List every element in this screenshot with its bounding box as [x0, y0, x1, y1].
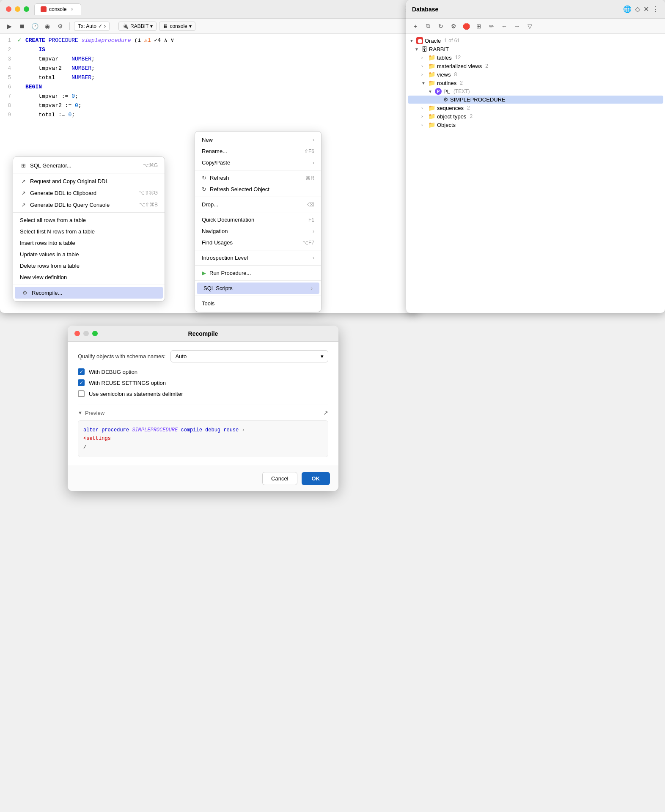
filter-icon[interactable]: ▽ [525, 21, 535, 31]
copy-icon[interactable]: ⧉ [423, 21, 433, 31]
tables-node[interactable]: › 📁 tables 12 [406, 53, 665, 62]
window-minimize-button[interactable] [15, 6, 20, 12]
console-tab[interactable]: console × [34, 3, 81, 15]
menu-item-introspection[interactable]: Introspection Level › [195, 252, 321, 263]
line-content-2: IS [24, 45, 45, 55]
oracle-count: 1 of 61 [444, 38, 460, 44]
console-badge[interactable]: 🖥 console ▾ [159, 22, 195, 31]
sequences-folder-icon: 📁 [428, 104, 435, 111]
menu-item-quick-doc[interactable]: Quick Documentation F1 [195, 214, 321, 225]
mat-views-node[interactable]: › 📁 materialized views 2 [406, 62, 665, 70]
menu-item-ddl-clipboard[interactable]: ↗ Generate DDL to Clipboard ⌥⇧⌘G [13, 187, 165, 199]
menu-item-sql-scripts[interactable]: SQL Scripts › [197, 283, 319, 294]
dialog-maximize-button[interactable] [92, 331, 98, 336]
rabbit-label: RABBIT [130, 23, 148, 29]
line-number-8: 8 [0, 101, 15, 110]
rename-label: Rename... [202, 148, 227, 154]
divider-1 [195, 170, 321, 170]
error-icon[interactable]: 🛑 [461, 21, 471, 31]
window-close-button[interactable] [6, 6, 11, 12]
simpleprocedure-node[interactable]: ⚙ SIMPLEPROCEDURE [408, 96, 663, 104]
code-editor[interactable]: 1 ✓ CREATE PROCEDURE simpleprocedure (i … [0, 34, 419, 121]
objects-folder-icon: 📁 [428, 121, 435, 128]
line-content-6: BEGIN [24, 82, 42, 92]
preview-expand-icon[interactable]: ↗ [323, 409, 328, 416]
tab-close-button[interactable]: × [69, 6, 75, 12]
tables-chevron: › [421, 55, 426, 60]
pl-node[interactable]: ▼ P PL (TEXT) [406, 87, 665, 96]
routines-node[interactable]: ▼ 📁 routines 2 [406, 79, 665, 87]
semicolon-checkbox[interactable] [78, 390, 85, 397]
menu-item-tools[interactable]: Tools [195, 298, 321, 309]
table-icon[interactable]: ⊞ [474, 21, 484, 31]
menu-item-navigation[interactable]: Navigation › [195, 225, 321, 237]
edit-icon[interactable]: ✏ [486, 21, 497, 31]
menu-item-ddl-console[interactable]: ↗ Generate DDL to Query Console ⌥⇧⌘B [13, 199, 165, 211]
menu-item-delete-rows[interactable]: Delete rows from a table [13, 260, 165, 272]
object-types-node[interactable]: › 📁 object types 2 [406, 112, 665, 121]
oracle-node[interactable]: ▼ ⬤ Oracle 1 of 61 [406, 36, 665, 45]
tables-label: tables [437, 55, 452, 61]
pin-button[interactable]: ◉ [42, 21, 52, 31]
tab-label: console [49, 6, 66, 12]
qualify-select[interactable]: Auto ▾ [170, 350, 328, 362]
menu-item-new-view[interactable]: New view definition [13, 272, 165, 283]
pl-chevron: ▼ [428, 89, 433, 94]
simpleprocedure-label: SIMPLEPROCEDURE [450, 96, 506, 103]
menu-item-update-values[interactable]: Update values in a table [13, 249, 165, 260]
menu-item-copypaste[interactable]: Copy/Paste › [195, 157, 321, 168]
refresh-db-icon[interactable]: ↻ [436, 21, 446, 31]
views-node[interactable]: › 📁 views 8 [406, 70, 665, 79]
objects-label: Objects [437, 122, 456, 128]
refresh-icon: ↻ [202, 175, 206, 181]
objects-node[interactable]: › 📁 Objects [406, 121, 665, 129]
diamond-icon[interactable]: ◇ [635, 5, 640, 13]
rabbit-badge[interactable]: 🔌 RABBIT ▾ [118, 22, 157, 31]
menu-item-rename[interactable]: Rename... ⇧F6 [195, 145, 321, 157]
history-button[interactable]: 🕐 [30, 21, 40, 31]
menu-item-refresh-selected[interactable]: ↻ Refresh Selected Object [195, 184, 321, 195]
add-icon[interactable]: + [410, 21, 420, 31]
menu-item-refresh[interactable]: ↻ Refresh ⌘R [195, 172, 321, 184]
menu-item-insert-rows[interactable]: Insert rows into a table [13, 237, 165, 249]
globe-icon[interactable]: 🌐 [623, 5, 632, 13]
line-number-9: 9 [0, 110, 15, 120]
settings-button[interactable]: ⚙ [55, 21, 65, 31]
line-number-6: 6 [0, 82, 15, 92]
qualify-chevron: ▾ [321, 353, 324, 359]
stop-button[interactable]: ⏹ [17, 21, 27, 31]
menu-item-select-all[interactable]: Select all rows from a table [13, 214, 165, 226]
menu-item-recompile[interactable]: ⚙ Recompile... [15, 287, 163, 299]
menu-item-sql-generator[interactable]: ⊞ SQL Generator... ⌥⌘G [13, 159, 165, 171]
debug-checkbox[interactable]: ✓ [78, 368, 85, 375]
database-title: Database [412, 6, 438, 13]
rabbit-node[interactable]: ▼ 🗄 RABBIT [406, 45, 665, 53]
menu-item-new[interactable]: New › [195, 134, 321, 145]
navigation-label: Navigation [202, 228, 228, 234]
reuse-checkbox[interactable]: ✓ [78, 379, 85, 386]
dialog-minimize-button[interactable] [83, 331, 89, 336]
preview-header: ▼ Preview ↗ [78, 409, 328, 416]
dialog-close-button[interactable] [74, 331, 80, 336]
tx-dropdown[interactable]: Tx: Auto ✓ › [74, 22, 110, 31]
back-icon[interactable]: ← [499, 21, 509, 31]
close-db-icon[interactable]: ✕ [643, 5, 649, 13]
sequences-node[interactable]: › 📁 sequences 2 [406, 104, 665, 112]
drop-shortcut: ⌫ [307, 202, 314, 208]
menu-item-run-procedure[interactable]: ▶ Run Procedure... [195, 267, 321, 279]
more-db-icon[interactable]: ⋮ [652, 5, 659, 13]
forward-icon[interactable]: → [512, 21, 522, 31]
db-settings-icon[interactable]: ⚙ [448, 21, 459, 31]
menu-item-select-n[interactable]: Select first N rows from a table [13, 226, 165, 237]
window-maximize-button[interactable] [24, 6, 29, 12]
run-button[interactable]: ▶ [4, 21, 14, 31]
cancel-button[interactable]: Cancel [262, 472, 297, 485]
menu-item-find-usages[interactable]: Find Usages ⌥F7 [195, 237, 321, 248]
menu-item-request-copy[interactable]: ↗ Request and Copy Original DDL [13, 175, 165, 187]
code-line-1: 1 ✓ CREATE PROCEDURE simpleprocedure (i … [0, 36, 419, 45]
database-titlebar: Database 🌐 ◇ ✕ ⋮ [406, 0, 665, 19]
ok-button[interactable]: OK [302, 472, 330, 485]
introspection-arrow: › [313, 255, 314, 261]
db-icon: 🔌 [122, 23, 129, 29]
menu-item-drop[interactable]: Drop... ⌫ [195, 199, 321, 210]
